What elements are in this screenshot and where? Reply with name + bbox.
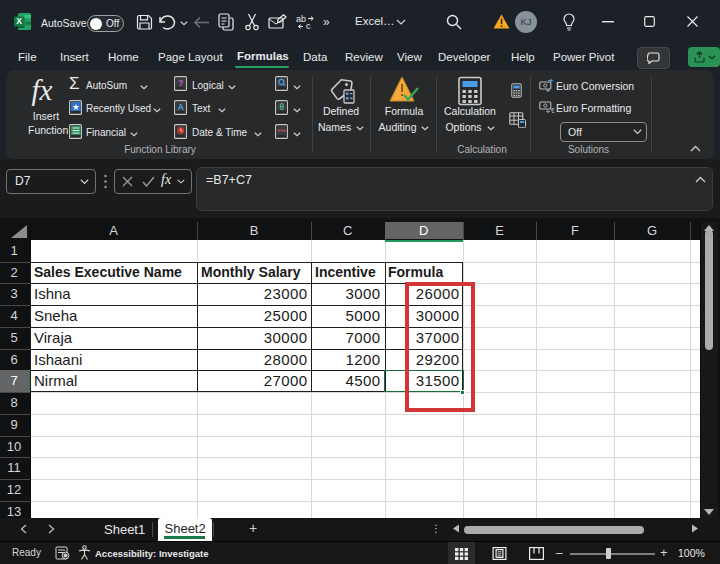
svg-text:ab: ab (296, 14, 306, 24)
svg-text:X: X (16, 16, 22, 26)
svg-text:A: A (178, 101, 184, 111)
svg-text:?: ? (178, 78, 183, 88)
svg-text:c: c (306, 21, 311, 31)
svg-text:θ: θ (279, 101, 284, 111)
svg-text:€: € (551, 107, 555, 114)
svg-text:★: ★ (71, 101, 79, 111)
